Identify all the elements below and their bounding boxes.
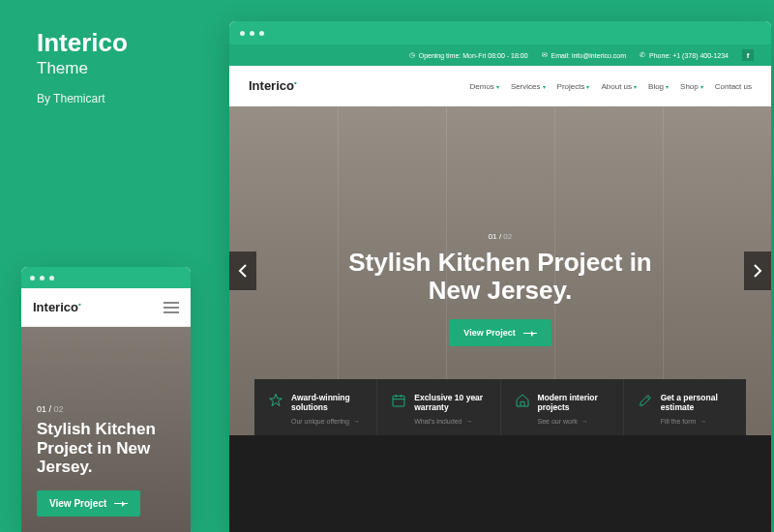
slide-pager: 01 / 02 (37, 404, 175, 414)
hero-headline: Stylish Kitchen Project in New Jersey. (37, 420, 175, 477)
arrow-right-icon: → (581, 418, 588, 425)
nav-links: Demos▾ Services▾ Projects▾ About us▾ Blo… (470, 82, 752, 91)
nav-demos[interactable]: Demos▾ (470, 82, 499, 91)
feature-title: Award-winning solutions (291, 393, 363, 412)
feature-title: Get a personal estimate (661, 393, 732, 412)
feature-cards: Award-winning solutions Our unique offer… (254, 379, 746, 435)
chevron-down-icon: ▾ (634, 83, 637, 90)
window-dot (240, 31, 245, 36)
desktop-preview: ◷ Opening time: Mon-Fri 08:00 - 18:00 ✉ … (229, 21, 771, 532)
view-project-button[interactable]: View Project (449, 319, 551, 346)
promo-subtitle: Theme (37, 59, 192, 78)
window-dot (30, 276, 35, 281)
chevron-down-icon: ▾ (700, 83, 703, 90)
hero-section: 01 / 02 Stylish Kitchen Project inNew Je… (229, 106, 771, 435)
feature-title: Modern interior projects (538, 393, 610, 412)
window-dot (250, 31, 254, 36)
window-dot (40, 276, 45, 281)
feature-card[interactable]: Modern interior projects See our work→ (501, 379, 624, 435)
feature-link[interactable]: What's included→ (414, 418, 486, 425)
logo[interactable]: Interico• (249, 78, 297, 93)
arrow-right-icon: → (465, 418, 472, 425)
window-dot (49, 276, 54, 281)
mobile-header: Interico• (21, 288, 191, 327)
feature-link[interactable]: Fill the form→ (661, 418, 732, 425)
promo-panel: Interico Theme By Themicart (37, 29, 192, 105)
arrow-right-icon (114, 503, 128, 504)
promo-title: Interico (37, 29, 192, 57)
window-dot (259, 31, 264, 36)
arrow-right-icon: → (353, 418, 360, 425)
nav-blog[interactable]: Blog▾ (648, 82, 669, 91)
pencil-icon (638, 393, 653, 408)
chevron-down-icon: ▾ (666, 83, 669, 90)
feature-card[interactable]: Get a personal estimate Fill the form→ (624, 379, 746, 435)
logo[interactable]: Interico• (33, 300, 81, 314)
top-bar: ◷ Opening time: Mon-Fri 08:00 - 18:00 ✉ … (229, 44, 771, 66)
mail-icon: ✉ (542, 51, 548, 59)
facebook-icon[interactable]: f (742, 49, 754, 61)
nav-about[interactable]: About us▾ (601, 82, 637, 91)
nav-contact[interactable]: Contact us (715, 82, 752, 91)
house-icon (515, 393, 530, 408)
mobile-hero: 01 / 02 Stylish Kitchen Project in New J… (21, 327, 191, 532)
main-nav: Interico• Demos▾ Services▾ Projects▾ Abo… (229, 66, 771, 106)
nav-services[interactable]: Services▾ (511, 82, 546, 91)
feature-card[interactable]: Exclusive 10 year warranty What's includ… (377, 379, 500, 435)
mobile-preview: Interico• 01 / 02 Stylish Kitchen Projec… (21, 267, 191, 532)
feature-link[interactable]: See our work→ (538, 418, 610, 425)
window-controls (229, 21, 771, 44)
phone-icon: ✆ (640, 51, 645, 59)
svg-rect-0 (393, 396, 404, 406)
hours-info: ◷ Opening time: Mon-Fri 08:00 - 18:00 (409, 51, 528, 59)
hamburger-icon[interactable] (164, 302, 179, 313)
nav-shop[interactable]: Shop▾ (680, 82, 703, 91)
star-icon (268, 393, 283, 408)
phone-info[interactable]: ✆ Phone: +1 (378) 400-1234 (640, 51, 729, 59)
arrow-right-icon: → (700, 418, 706, 425)
calendar-icon (391, 393, 406, 408)
chevron-down-icon: ▾ (496, 83, 499, 90)
arrow-right-icon (523, 333, 537, 334)
email-info[interactable]: ✉ Email: info@interico.com (542, 51, 627, 59)
feature-card[interactable]: Award-winning solutions Our unique offer… (254, 379, 377, 435)
feature-title: Exclusive 10 year warranty (414, 393, 486, 412)
view-project-button[interactable]: View Project (37, 490, 140, 517)
nav-projects[interactable]: Projects▾ (557, 82, 590, 91)
slide-pager: 01 / 02 (229, 232, 771, 241)
feature-link[interactable]: Our unique offering→ (291, 418, 363, 425)
footer-section (229, 435, 771, 532)
chevron-down-icon: ▾ (543, 83, 546, 90)
promo-byline: By Themicart (37, 92, 192, 105)
hero-headline: Stylish Kitchen Project inNew Jersey. (229, 249, 771, 304)
chevron-down-icon: ▾ (586, 83, 589, 90)
window-controls (21, 267, 191, 288)
hero-content: 01 / 02 Stylish Kitchen Project inNew Je… (229, 232, 771, 346)
clock-icon: ◷ (409, 51, 415, 59)
